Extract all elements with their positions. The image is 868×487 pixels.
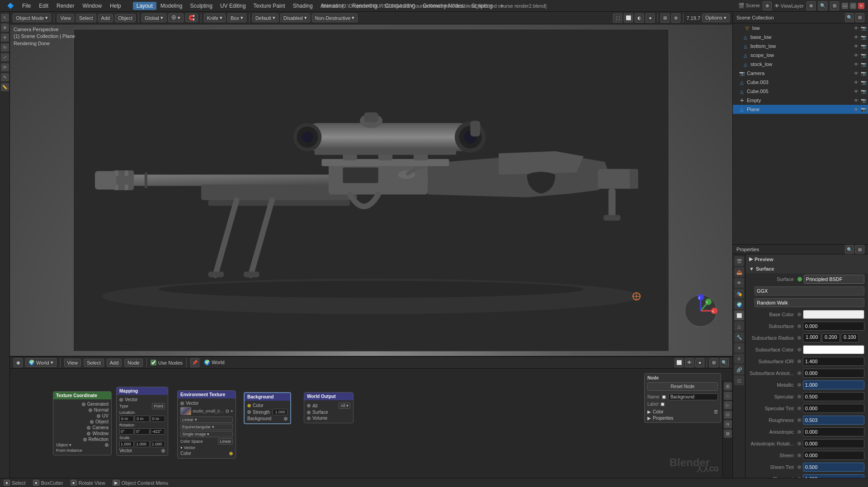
node-mapping[interactable]: Mapping Vector Type Point Location 0 m — [116, 387, 168, 456]
node-properties-section[interactable]: ▶ Properties — [647, 416, 718, 421]
outliner-item-cube005[interactable]: △ Cube.005 👁 📷 — [733, 87, 868, 96]
node-zoom-icon[interactable]: 🔍 — [720, 358, 729, 367]
anisotropic-rot-input[interactable]: 0.000 — [803, 439, 864, 448]
node-editor-type-icon[interactable]: ◉ — [14, 358, 23, 367]
prop-tab-object[interactable]: ◻ — [734, 375, 744, 385]
sidebar-select-icon[interactable]: ↖ — [1, 14, 9, 22]
subsurface-aniso-dot[interactable] — [797, 371, 801, 375]
prop-tab-world[interactable]: 🌍 — [734, 300, 744, 309]
node-env-texture[interactable]: Environment Texture Vector studio_small_… — [177, 390, 236, 459]
node-icon-5[interactable]: N — [724, 420, 732, 428]
workspace-texture-paint[interactable]: Texture Paint — [250, 2, 289, 10]
node-icon-3[interactable]: ▷ — [724, 401, 732, 409]
outliner-item-empty[interactable]: ✛ Empty 👁 📷 — [733, 96, 868, 105]
object-mode-dropdown[interactable]: Object Mode ▾ — [13, 14, 51, 22]
viewport-shading-solid[interactable]: ⬜ — [624, 14, 633, 23]
props-filter-icon[interactable]: ⊞ — [855, 245, 864, 254]
sidebar-measure-icon[interactable]: 📏 — [1, 83, 9, 91]
snap-type-dropdown[interactable]: Box ▾ — [227, 14, 246, 22]
snap-dropdown[interactable]: ⦿ ▾ — [168, 14, 184, 22]
prop-tab-material[interactable]: ⬜ — [734, 310, 744, 320]
node-icon-6[interactable]: ⊟ — [724, 430, 732, 438]
metallic-dot[interactable] — [797, 383, 801, 387]
sheen-tint-dot[interactable] — [797, 465, 801, 469]
outliner-item-cube003[interactable]: △ Cube.003 👁 📷 — [733, 78, 868, 87]
subsurface-radius-dot[interactable] — [797, 336, 801, 340]
magnet-btn[interactable]: 🧲 — [185, 14, 198, 22]
node-world-dropdown[interactable]: 🌍 World ▾ — [25, 358, 57, 367]
search-icon-btn[interactable]: 🔍 — [818, 1, 827, 10]
file-menu[interactable]: File — [19, 2, 34, 10]
reset-node-btn[interactable]: Reset Node — [647, 382, 718, 391]
options-btn[interactable]: Options ▾ — [702, 14, 730, 22]
subsurface-color-dot[interactable] — [797, 348, 801, 351]
prop-tab-physics[interactable]: ⚛ — [734, 354, 744, 364]
metallic-input[interactable]: 1.000 — [803, 380, 864, 389]
prop-tab-object-data[interactable]: △ — [734, 321, 744, 331]
distribution-input[interactable]: GGX — [755, 286, 864, 295]
render-menu[interactable]: Render — [53, 2, 78, 10]
base-color-dot[interactable] — [797, 313, 801, 316]
props-search-icon[interactable]: 🔍 — [845, 245, 854, 254]
roughness-dot[interactable] — [797, 418, 801, 422]
filter-icon-btn[interactable]: ⊞ — [830, 1, 839, 10]
base-color-swatch[interactable] — [803, 310, 864, 319]
viewport-shading-look[interactable]: ◐ — [635, 14, 644, 23]
viewport-area[interactable]: Camera Perspective (1) Scene Collection … — [10, 24, 732, 356]
scene-name[interactable]: 🎬 Scene — [738, 3, 760, 9]
prop-tab-particles[interactable]: ✳ — [734, 343, 744, 353]
subsurface-r-x[interactable]: 1.000 — [803, 333, 821, 342]
viewport-gizmo-widget[interactable]: X Y Z — [683, 293, 719, 329]
subsurface-ior-dot[interactable] — [797, 360, 801, 363]
node-icon-2[interactable]: ○ — [724, 392, 732, 400]
outliner-item-base-low[interactable]: △ base_low 👁 📷 — [733, 33, 868, 42]
prop-tab-modifiers[interactable]: 🔧 — [734, 332, 744, 342]
surface-type-input[interactable]: Principled BSDF — [804, 275, 864, 284]
node-select-menu[interactable]: Select — [84, 359, 104, 367]
close-btn[interactable]: ✕ — [858, 3, 864, 9]
blender-logo-menu[interactable]: 🔷 — [4, 2, 18, 10]
node-background[interactable]: Background Color Strength 1.000 — [244, 392, 291, 424]
help-menu[interactable]: Help — [106, 2, 125, 10]
prop-tab-render[interactable]: 🎬 — [734, 256, 744, 266]
preview-section-header[interactable]: ▶ Preview — [745, 254, 868, 264]
node-icon-4[interactable]: ⊡ — [724, 411, 732, 419]
subsurface-dot[interactable] — [797, 324, 801, 328]
workspace-uv[interactable]: UV Editing — [217, 2, 250, 10]
anisotropic-rot-dot[interactable] — [797, 442, 801, 445]
prop-tab-view-layer[interactable]: 👁 — [734, 278, 744, 288]
node-canvas[interactable]: Texture Coordinate Generated Normal UV O… — [10, 369, 732, 478]
outliner-item-bottom-low[interactable]: △ bottom_low 👁 📷 — [733, 42, 868, 51]
maximize-btn[interactable]: □ — [850, 3, 856, 9]
object-menu-btn[interactable]: Object — [115, 14, 136, 22]
outliner-item-camera[interactable]: 📷 Camera 👁 📷 — [733, 69, 868, 78]
view-layer-name[interactable]: 👁 ViewLayer — [774, 3, 804, 9]
node-node-menu[interactable]: Node — [124, 359, 142, 367]
use-nodes-toggle[interactable]: Use Nodes — [151, 360, 183, 365]
view-layer-icon-btn[interactable]: ⊕ — [807, 1, 816, 10]
mode2-dropdown[interactable]: Non-Destructive ▾ — [312, 14, 358, 22]
outliner-item-plane[interactable]: △ Plane 👁 📷 — [733, 105, 868, 114]
outliner-collection-low[interactable]: ▽ low 👁 📷 — [733, 23, 868, 33]
edit-menu[interactable]: Edit — [35, 2, 52, 10]
sidebar-transform-icon[interactable]: ⟳ — [1, 63, 9, 71]
workspace-modeling[interactable]: Modeling — [157, 2, 186, 10]
node-add-menu[interactable]: Add — [107, 359, 122, 367]
specular-input[interactable]: 0.500 — [803, 392, 864, 401]
prop-tab-constraints[interactable]: 🔗 — [734, 365, 744, 375]
subsurface-r-y[interactable]: 0.200 — [822, 333, 840, 342]
viewport-shading-render[interactable]: ● — [646, 14, 655, 23]
anisotropic-input[interactable]: 0.000 — [803, 427, 864, 436]
subsurface-input[interactable]: 0.000 — [803, 322, 864, 331]
pivot-dropdown[interactable]: Disabled ▾ — [280, 14, 310, 22]
proportional-dropdown[interactable]: Default ▾ — [252, 14, 278, 22]
node-texture-coordinate[interactable]: Texture Coordinate Generated Normal UV O… — [53, 391, 112, 455]
sidebar-annotate-icon[interactable]: ✎ — [1, 73, 9, 81]
node-view-icon[interactable]: 👁 — [685, 358, 694, 367]
sidebar-scale-icon[interactable]: ⤢ — [1, 53, 9, 61]
workspace-layout[interactable]: Layout — [133, 2, 156, 10]
sidebar-cursor-icon[interactable]: ⊕ — [1, 23, 9, 32]
tool-dropdown[interactable]: Knife ▾ — [204, 14, 226, 22]
node-slot-icon[interactable]: ⬜ — [675, 358, 684, 367]
outliner-options-icon[interactable]: ⊞ — [855, 13, 864, 22]
